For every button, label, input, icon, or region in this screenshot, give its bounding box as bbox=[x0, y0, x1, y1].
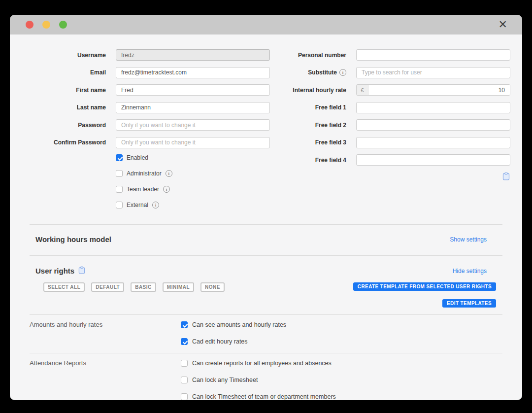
none-button[interactable]: NONE bbox=[200, 282, 225, 292]
free-field-2-label: Free field 2 bbox=[270, 122, 346, 129]
free-field-1-label: Free field 1 bbox=[270, 104, 346, 111]
email-row: Email bbox=[30, 67, 270, 78]
role-checkbox-list: Enabled Administrator Team leader bbox=[116, 154, 270, 208]
user-rights-title-text: User rights bbox=[35, 267, 74, 275]
page-background: ✕ Username Email First name bbox=[0, 0, 532, 413]
window-controls bbox=[26, 21, 67, 29]
clipboard-icon[interactable] bbox=[78, 266, 85, 275]
right-item-row: Can see amounts and hourly rates bbox=[181, 321, 286, 328]
confirm-password-row: Confirm Password bbox=[30, 137, 270, 148]
preset-button-group: SELECT ALL DEFAULT BASIC MINIMAL NONE bbox=[43, 282, 225, 292]
user-rights-title: User rights bbox=[35, 266, 85, 275]
right-item-row: Can lock Timesheet of team or department… bbox=[181, 393, 336, 400]
confirm-password-field[interactable] bbox=[116, 137, 270, 148]
personal-number-field[interactable] bbox=[356, 49, 510, 61]
form-left-column: Username Email First name Last name bbox=[30, 49, 270, 217]
enabled-checkbox-row: Enabled bbox=[116, 154, 270, 161]
free-field-3-label: Free field 3 bbox=[270, 139, 346, 146]
confirm-password-label: Confirm Password bbox=[30, 139, 106, 146]
right-item-label: Can lock Timesheet of team or department… bbox=[192, 393, 336, 400]
right-item-label: Can see amounts and hourly rates bbox=[192, 321, 286, 328]
first-name-field[interactable] bbox=[116, 84, 270, 96]
administrator-checkbox[interactable] bbox=[116, 170, 123, 177]
info-icon[interactable] bbox=[339, 69, 346, 76]
free-field-1-row: Free field 1 bbox=[270, 102, 510, 113]
free-field-3-input[interactable] bbox=[356, 137, 510, 148]
substitute-label-text: Substitute bbox=[308, 69, 337, 76]
password-field[interactable] bbox=[116, 119, 270, 131]
external-label: External bbox=[127, 202, 148, 208]
right-item-label: Can lock any Timesheet bbox=[192, 377, 258, 383]
first-name-row: First name bbox=[30, 84, 270, 96]
rights-group-name: Attendance Reports bbox=[30, 358, 181, 400]
email-label: Email bbox=[30, 69, 106, 76]
internal-hourly-rate-field[interactable] bbox=[368, 85, 510, 95]
free-field-4-input[interactable] bbox=[356, 154, 510, 166]
right-item-label: Can create reports for all employees and… bbox=[192, 360, 332, 367]
administrator-checkbox-row: Administrator bbox=[116, 170, 270, 177]
show-settings-link[interactable]: Show settings bbox=[450, 236, 487, 243]
password-row: Password bbox=[30, 119, 270, 131]
maximize-window-icon[interactable] bbox=[59, 21, 67, 29]
hourly-rate-input-group: € bbox=[356, 84, 510, 96]
personal-number-label: Personal number bbox=[270, 52, 346, 59]
free-field-2-input[interactable] bbox=[356, 119, 510, 131]
close-window-icon[interactable] bbox=[26, 21, 33, 29]
form-right-column: Personal number Substitute Internal hour… bbox=[270, 49, 510, 217]
currency-euro-addon: € bbox=[357, 85, 368, 95]
email-field[interactable] bbox=[116, 67, 270, 78]
create-template-button[interactable]: CREATE TEMPLATE FROM SELECTED USER RIGHT… bbox=[353, 282, 496, 291]
basic-button[interactable]: BASIC bbox=[131, 282, 156, 292]
substitute-search-field[interactable] bbox=[356, 67, 510, 78]
info-icon[interactable] bbox=[163, 186, 170, 193]
clipboard-icon[interactable] bbox=[502, 172, 510, 182]
free-field-1-input[interactable] bbox=[356, 102, 510, 113]
administrator-label: Administrator bbox=[127, 170, 162, 177]
close-icon[interactable]: ✕ bbox=[499, 19, 507, 30]
user-rights-section-header: User rights Hide settings bbox=[30, 256, 502, 275]
password-label: Password bbox=[30, 122, 106, 129]
external-checkbox[interactable] bbox=[116, 202, 123, 208]
hide-settings-link[interactable]: Hide settings bbox=[453, 268, 487, 275]
rights-group-name: Amounts and hourly rates bbox=[30, 319, 181, 345]
team-leader-checkbox[interactable] bbox=[116, 186, 123, 193]
free-field-3-row: Free field 3 bbox=[270, 137, 510, 148]
last-name-field[interactable] bbox=[116, 102, 270, 113]
can-create-reports-checkbox[interactable] bbox=[181, 360, 188, 367]
can-lock-any-timesheet-checkbox[interactable] bbox=[181, 377, 188, 383]
team-leader-label: Team leader bbox=[127, 186, 159, 193]
user-rights-presets-row: SELECT ALL DEFAULT BASIC MINIMAL NONE CR… bbox=[30, 275, 502, 292]
first-name-label: First name bbox=[30, 87, 106, 94]
select-all-button[interactable]: SELECT ALL bbox=[43, 282, 85, 292]
working-hours-section-header: Working hours model Show settings bbox=[30, 225, 502, 255]
enabled-label: Enabled bbox=[127, 154, 148, 161]
can-see-amounts-checkbox[interactable] bbox=[181, 321, 188, 328]
user-form: Username Email First name Last name bbox=[30, 49, 502, 217]
minimal-button[interactable]: MINIMAL bbox=[163, 282, 194, 292]
username-label: Username bbox=[30, 52, 106, 59]
copy-fields-row bbox=[270, 172, 510, 182]
enabled-checkbox[interactable] bbox=[116, 154, 123, 161]
free-field-4-label: Free field 4 bbox=[270, 157, 346, 164]
right-item-label: Cad edit houry rates bbox=[192, 338, 248, 345]
last-name-row: Last name bbox=[30, 102, 270, 113]
username-input[interactable] bbox=[116, 49, 270, 61]
rights-group-attendance: Attendance Reports Can create reports fo… bbox=[30, 353, 502, 400]
right-item-row: Can create reports for all employees and… bbox=[181, 360, 336, 367]
minimize-window-icon[interactable] bbox=[42, 21, 50, 29]
internal-hourly-rate-label: Internal hourly rate bbox=[270, 87, 346, 94]
rights-group-items: Can create reports for all employees and… bbox=[181, 358, 336, 400]
edit-templates-row: EDIT TEMPLATES bbox=[30, 292, 502, 314]
window-titlebar: ✕ bbox=[10, 15, 522, 34]
info-icon[interactable] bbox=[152, 202, 159, 208]
info-icon[interactable] bbox=[166, 170, 172, 177]
default-button[interactable]: DEFAULT bbox=[91, 282, 124, 292]
substitute-row: Substitute bbox=[270, 67, 510, 78]
right-item-row: Cad edit houry rates bbox=[181, 338, 286, 345]
user-settings-modal: ✕ Username Email First name bbox=[10, 15, 522, 400]
edit-templates-button[interactable]: EDIT TEMPLATES bbox=[442, 299, 496, 308]
rights-group-amounts: Amounts and hourly rates Can see amounts… bbox=[30, 315, 502, 353]
can-edit-hourly-rates-checkbox[interactable] bbox=[181, 338, 188, 345]
free-field-4-row: Free field 4 bbox=[270, 154, 510, 166]
can-lock-team-timesheet-checkbox[interactable] bbox=[181, 393, 188, 400]
